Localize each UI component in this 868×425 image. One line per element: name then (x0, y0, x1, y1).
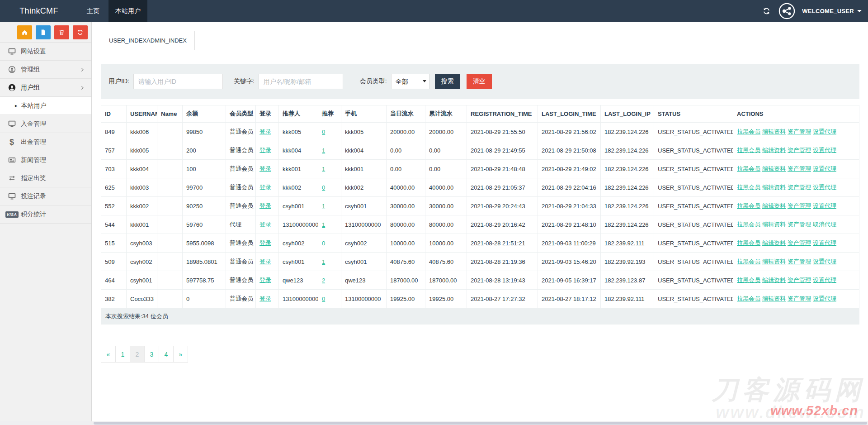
topbar-tab-site-users[interactable]: 本站用户 (108, 0, 147, 22)
set-agent-link[interactable]: 设置代理 (813, 258, 836, 265)
set-agent-link[interactable]: 设置代理 (813, 147, 836, 153)
login-link[interactable]: 登录 (259, 202, 271, 209)
blacklist-link[interactable]: 拉黑会员 (737, 184, 760, 191)
referrals-link[interactable]: 1 (322, 166, 325, 172)
blacklist-link[interactable]: 拉黑会员 (737, 295, 760, 302)
assets-link[interactable]: 资产管理 (788, 277, 811, 283)
edit-profile-link[interactable]: 编辑资料 (762, 221, 786, 228)
set-agent-link[interactable]: 设置代理 (813, 184, 836, 191)
horizontal-scrollbar-thumb[interactable] (94, 422, 867, 425)
file-button[interactable] (36, 25, 51, 39)
login-link[interactable]: 登录 (259, 258, 271, 265)
login-link[interactable]: 登录 (259, 277, 271, 283)
blacklist-link[interactable]: 拉黑会员 (737, 165, 760, 172)
cell-phone: kkk001 (341, 160, 387, 178)
set-agent-link[interactable]: 设置代理 (813, 239, 836, 246)
login-link[interactable]: 登录 (259, 147, 271, 153)
sidebar-item-withdrawal-management[interactable]: $出金管理 (0, 133, 91, 151)
sidebar-item-site-users[interactable]: ▸本站用户 (0, 97, 91, 115)
login-link[interactable]: 登录 (259, 128, 271, 135)
sidebar-item-user-group[interactable]: 用户组 (0, 79, 91, 97)
sidebar-item-deposit-management[interactable]: 入金管理 (0, 115, 91, 133)
edit-profile-link[interactable]: 编辑资料 (762, 202, 786, 209)
assets-link[interactable]: 资产管理 (788, 239, 811, 246)
page-3[interactable]: 3 (144, 346, 159, 363)
sidebar-item-website-settings[interactable]: 网站设置 (0, 43, 91, 61)
referrals-link[interactable]: 0 (322, 129, 325, 135)
sidebar-item-points-stats[interactable]: VISA积分统计 (0, 205, 91, 224)
user-menu[interactable]: WELCOME_USER (802, 8, 862, 14)
referrals-link[interactable]: 0 (322, 184, 325, 191)
cancel-agent-link[interactable]: 取消代理 (813, 221, 836, 228)
avatar[interactable] (778, 3, 795, 19)
welcome-user-label: WELCOME_USER (802, 8, 854, 14)
sidebar-item-assigned-draw[interactable]: 指定出奖 (0, 169, 91, 187)
blacklist-link[interactable]: 拉黑会员 (737, 277, 760, 283)
edit-profile-link[interactable]: 编辑资料 (762, 128, 786, 135)
referrals-link[interactable]: 2 (322, 277, 325, 284)
keyword-input[interactable] (259, 74, 343, 89)
assets-link[interactable]: 资产管理 (788, 147, 811, 153)
assets-link[interactable]: 资产管理 (788, 295, 811, 302)
login-link[interactable]: 登录 (259, 184, 271, 191)
refresh-icon[interactable] (763, 7, 772, 16)
page-prev[interactable]: « (101, 346, 116, 363)
page-4[interactable]: 4 (159, 346, 174, 363)
referrals-link[interactable]: 1 (322, 221, 325, 228)
sidebar-item-admin-group[interactable]: 管理组 (0, 61, 91, 79)
set-agent-link[interactable]: 设置代理 (813, 277, 836, 283)
edit-profile-link[interactable]: 编辑资料 (762, 184, 786, 191)
edit-profile-link[interactable]: 编辑资料 (762, 277, 786, 283)
blacklist-link[interactable]: 拉黑会员 (737, 128, 760, 135)
recycle-button[interactable] (73, 25, 88, 39)
clear-button[interactable]: 清空 (467, 74, 492, 89)
login-link[interactable]: 登录 (259, 165, 271, 172)
member-type-select[interactable]: 全部 (391, 74, 429, 89)
blacklist-link[interactable]: 拉黑会员 (737, 147, 760, 153)
set-agent-link[interactable]: 设置代理 (813, 295, 836, 302)
monitor-icon (7, 48, 17, 55)
content-tab-user-index[interactable]: USER_INDEXADMIN_INDEX (101, 31, 195, 50)
assets-link[interactable]: 资产管理 (788, 128, 811, 135)
user-id-input[interactable] (133, 74, 223, 89)
login-link[interactable]: 登录 (259, 295, 271, 302)
set-agent-link[interactable]: 设置代理 (813, 165, 836, 172)
edit-profile-link[interactable]: 编辑资料 (762, 295, 786, 302)
assets-link[interactable]: 资产管理 (788, 258, 811, 265)
assets-link[interactable]: 资产管理 (788, 165, 811, 172)
blacklist-link[interactable]: 拉黑会员 (737, 221, 760, 228)
referrals-link[interactable]: 1 (322, 258, 325, 265)
referrals-link[interactable]: 0 (322, 240, 325, 247)
cell-total_flow: 40000.00 (425, 178, 467, 197)
edit-profile-link[interactable]: 编辑资料 (762, 165, 786, 172)
page-1[interactable]: 1 (115, 346, 130, 363)
blacklist-link[interactable]: 拉黑会员 (737, 258, 760, 265)
login-link[interactable]: 登录 (259, 221, 271, 228)
cell-referrer: csyh002 (279, 234, 318, 253)
search-button[interactable]: 搜索 (435, 74, 460, 89)
set-agent-link[interactable]: 设置代理 (813, 128, 836, 135)
assets-link[interactable]: 资产管理 (788, 202, 811, 209)
referrals-link[interactable]: 1 (322, 147, 325, 154)
sidebar-item-bet-records[interactable]: 投注记录 (0, 187, 91, 205)
cell-balance: 5955.0098 (183, 234, 226, 253)
assets-link[interactable]: 资产管理 (788, 221, 811, 228)
login-link[interactable]: 登录 (259, 239, 271, 246)
home-button[interactable] (17, 25, 32, 39)
trash-button[interactable] (54, 25, 69, 39)
set-agent-link[interactable]: 设置代理 (813, 202, 836, 209)
sidebar-item-news-management[interactable]: 新闻管理 (0, 151, 91, 169)
edit-profile-link[interactable]: 编辑资料 (762, 239, 786, 246)
assets-link[interactable]: 资产管理 (788, 184, 811, 191)
referrals-link[interactable]: 0 (322, 296, 325, 302)
cell-id: 849 (101, 122, 127, 141)
edit-profile-link[interactable]: 编辑资料 (762, 147, 786, 153)
blacklist-link[interactable]: 拉黑会员 (737, 239, 760, 246)
cell-referrals: 0 (318, 290, 341, 308)
home-icon (21, 29, 28, 36)
page-next[interactable]: » (173, 346, 188, 363)
topbar-tab-home[interactable]: 主页 (78, 0, 108, 22)
blacklist-link[interactable]: 拉黑会员 (737, 202, 760, 209)
referrals-link[interactable]: 1 (322, 203, 325, 210)
edit-profile-link[interactable]: 编辑资料 (762, 258, 786, 265)
